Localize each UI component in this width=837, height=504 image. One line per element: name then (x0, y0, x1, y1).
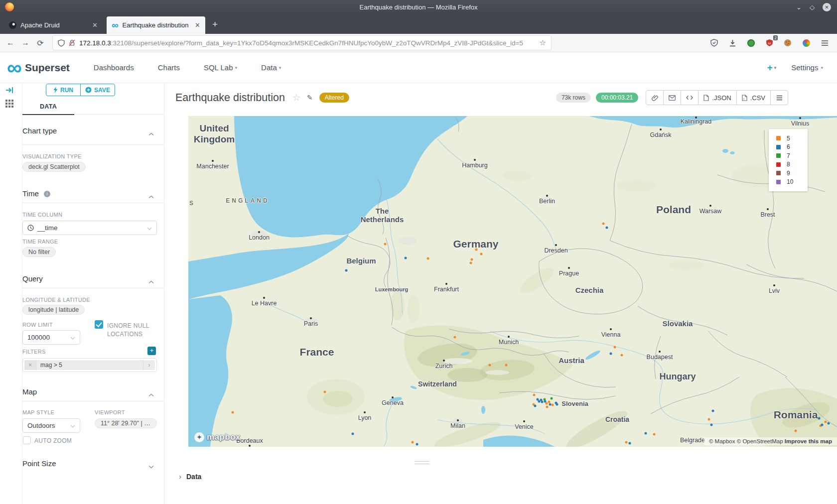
export-csv-button[interactable]: x.CSV (736, 90, 771, 105)
deckgl-scatterplot-map[interactable]: United KingdomENGLANDESThe NetherlandsBe… (188, 116, 837, 447)
legend-item: 7 (776, 151, 808, 160)
scatter-point (384, 243, 387, 246)
tracking-shield-icon[interactable] (58, 39, 65, 47)
viewport-value[interactable]: 11° 28' 29.70" | 50... (95, 418, 157, 428)
reload-button[interactable]: ⟳ (33, 38, 48, 48)
section-time[interactable]: Time i (22, 189, 156, 198)
nav-item-sql-lab[interactable]: SQL Lab▾ (204, 63, 237, 72)
svg-text:x: x (743, 97, 744, 100)
section-map[interactable]: Map (22, 387, 156, 396)
map-label-city: Zurich (435, 363, 453, 370)
window-maximize-icon[interactable]: ◇ (810, 3, 815, 11)
adblock-shield-icon[interactable]: ω 2 (762, 36, 777, 49)
section-query[interactable]: Query (22, 274, 156, 283)
city-dot-icon (263, 297, 265, 299)
druid-favicon (9, 21, 16, 29)
left-icon-strip (0, 83, 22, 504)
auto-zoom-checkbox[interactable] (23, 436, 31, 444)
browser-tab-apache-druid[interactable]: Apache Druid ✕ (4, 16, 103, 34)
time-column-select[interactable]: __time (22, 221, 157, 235)
section-chart-type[interactable]: Chart type (22, 126, 156, 135)
filter-chip[interactable]: × mag > 5 › (24, 360, 155, 370)
chart-title[interactable]: Earthquake distribution (175, 92, 285, 104)
chevron-right-icon[interactable]: › (143, 360, 155, 370)
back-button[interactable]: ← (3, 38, 18, 47)
altered-badge[interactable]: Altered (319, 93, 349, 103)
pinwheel-extension-icon[interactable] (799, 36, 814, 49)
forward-button[interactable]: → (18, 38, 33, 47)
time-range-value[interactable]: No filter (22, 247, 56, 257)
favorite-star-icon[interactable]: ☆ (292, 92, 300, 103)
email-button[interactable] (663, 90, 681, 105)
tab-close-icon[interactable]: ✕ (195, 21, 200, 29)
url-bar[interactable]: 172.18.0.3:32108/superset/explore/?form_… (53, 36, 551, 50)
scatter-point (551, 397, 553, 400)
city-dot-icon (695, 117, 697, 119)
lonlat-value[interactable]: longitude | latitude (22, 305, 85, 315)
cookie-extension-icon[interactable] (780, 36, 795, 49)
embed-code-button[interactable] (681, 90, 698, 105)
add-filter-button[interactable]: + (147, 347, 156, 355)
add-new-button[interactable]: +▾ (767, 62, 777, 73)
mapbox-attribution-link[interactable]: © Mapbox (709, 438, 735, 444)
new-tab-button[interactable]: + (212, 19, 218, 30)
tab-close-icon[interactable]: ✕ (92, 21, 98, 29)
nav-item-dashboards[interactable]: Dashboards (94, 63, 134, 72)
section-point-size[interactable]: Point Size (22, 459, 156, 468)
mapbox-logo[interactable]: ✦ mapbox (194, 432, 241, 442)
dataset-grid-icon[interactable] (5, 100, 13, 108)
downloads-icon[interactable] (725, 36, 740, 49)
scatter-point (610, 353, 612, 355)
filter-expression[interactable]: mag > 5 (36, 362, 143, 369)
extension-green-icon[interactable] (743, 36, 758, 49)
improve-map-link[interactable]: Improve this map (785, 438, 832, 444)
window-minimize-icon[interactable]: ⌄ (796, 3, 802, 11)
insecure-lock-icon[interactable] (69, 39, 75, 46)
pocket-shield-icon[interactable] (706, 36, 721, 49)
city-dot-icon (310, 317, 312, 319)
map-label-country: Luxembourg (375, 286, 409, 293)
panel-resize-handle[interactable] (415, 461, 429, 464)
data-results-panel[interactable]: › Data (179, 472, 201, 481)
auto-zoom-label: AUTO ZOOM (34, 437, 72, 444)
chevron-up-icon (148, 390, 154, 398)
row-count-badge: 73k rows (556, 93, 591, 103)
browser-tab-earthquake-distribution[interactable]: ∞ Earthquake distribution ✕ (107, 16, 205, 34)
map-label-city: Dresden (544, 247, 567, 254)
tab-data[interactable]: DATA (22, 103, 74, 115)
city-dot-icon (660, 128, 662, 130)
collapse-datasource-panel-icon[interactable] (5, 87, 14, 96)
nav-item-data[interactable]: Data▾ (261, 63, 281, 72)
superset-brand[interactable]: Superset (25, 62, 70, 74)
legend-item: 10 (776, 178, 808, 187)
map-label-country: Slovenia (561, 400, 588, 408)
code-icon (686, 95, 693, 101)
remove-filter-icon[interactable]: × (24, 360, 36, 370)
save-button[interactable]: SAVE (80, 84, 115, 96)
data-panel-label: Data (186, 473, 201, 481)
edit-properties-icon[interactable]: ✎ (307, 94, 313, 102)
legend-item: 8 (776, 160, 808, 169)
export-json-button[interactable]: .JSON (698, 90, 736, 105)
bookmark-star-icon[interactable]: ☆ (540, 38, 546, 47)
time-column-label: TIME COLUMN (22, 212, 62, 218)
browser-menu-icon[interactable] (817, 36, 832, 49)
nav-item-charts[interactable]: Charts (158, 63, 180, 72)
row-limit-select[interactable]: 100000 (22, 330, 80, 345)
scatter-point (552, 404, 554, 406)
superset-logo-icon[interactable]: ∞ (7, 60, 22, 75)
chevron-down-icon (70, 334, 75, 341)
window-close-icon[interactable]: ✕ (823, 3, 831, 11)
chart-menu-button[interactable] (770, 90, 788, 105)
time-range-label: TIME RANGE (22, 239, 58, 245)
osm-attribution-link[interactable]: © OpenStreetMap (737, 438, 783, 444)
map-style-select[interactable]: Outdoors (22, 418, 80, 433)
ignore-null-checkbox[interactable] (95, 320, 103, 329)
map-label-country: The Netherlands (361, 207, 404, 224)
city-dot-icon (767, 208, 769, 210)
scatter-point (470, 262, 472, 264)
run-button[interactable]: RUN (46, 84, 80, 96)
copy-link-button[interactable] (646, 90, 664, 105)
settings-menu[interactable]: Settings▾ (791, 63, 823, 72)
viz-type-value[interactable]: deck.gl Scatterplot (22, 162, 86, 172)
